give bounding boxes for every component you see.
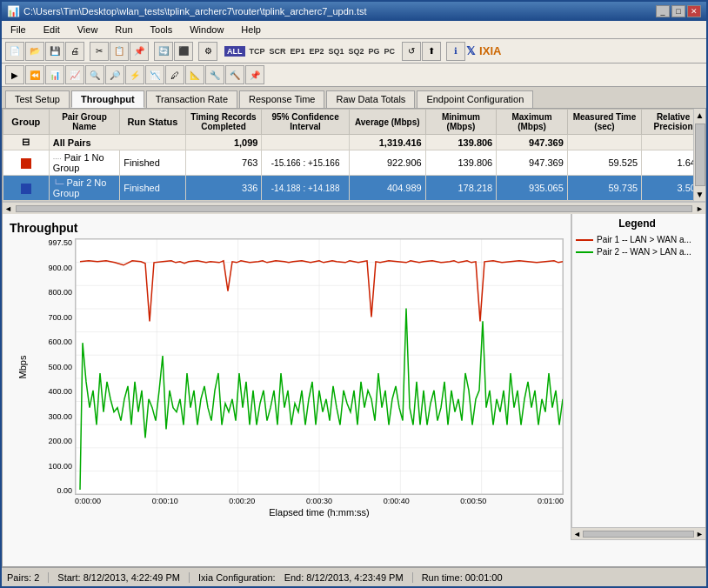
reload-button[interactable]: ↺ [402, 42, 421, 61]
tb2-btn10[interactable]: 📐 [185, 65, 204, 84]
y-tick: 700.00 [48, 313, 72, 322]
menu-bar: File Edit View Run Tools Window Help [2, 21, 706, 39]
refresh-button[interactable]: 🔄 [154, 42, 173, 61]
copy-button[interactable]: 📋 [110, 42, 129, 61]
tab-transaction-rate[interactable]: Transaction Rate [146, 90, 237, 108]
paste-button[interactable]: 📌 [130, 42, 149, 61]
ep1-label[interactable]: EP1 [289, 47, 307, 56]
menu-help[interactable]: Help [236, 23, 266, 37]
pair1-confidence: -15.166 : +15.166 [262, 150, 349, 176]
y-tick: 997.50 [48, 238, 72, 247]
legend-hscroll-left[interactable]: ◄ [573, 530, 581, 538]
settings-button[interactable]: ⚙ [198, 42, 217, 61]
sq2-label[interactable]: SQ2 [347, 47, 366, 56]
menu-edit[interactable]: Edit [38, 23, 65, 37]
tb2-btn13[interactable]: 📌 [245, 65, 264, 84]
x-tick: 0:01:00 [538, 497, 564, 505]
close-button[interactable]: ✕ [687, 5, 701, 17]
new-button[interactable]: 📄 [5, 42, 24, 61]
th-confidence: 95% Confidence Interval [262, 110, 349, 135]
y-axis-label: Mbps [17, 355, 28, 378]
save-button[interactable]: 💾 [45, 42, 64, 61]
pair1-maximum: 947.369 [497, 150, 568, 176]
tab-endpoint-config[interactable]: Endpoint Configuration [417, 90, 533, 108]
tab-test-setup[interactable]: Test Setup [5, 90, 70, 108]
th-average: Average (Mbps) [349, 110, 425, 135]
all-pairs-label: All Pairs [49, 135, 185, 150]
menu-run[interactable]: Run [110, 23, 137, 37]
tb2-btn8[interactable]: 📉 [145, 65, 164, 84]
tab-raw-data-totals[interactable]: Raw Data Totals [326, 90, 415, 108]
th-pair-group-name: Pair Group Name [49, 110, 120, 135]
all-badge[interactable]: ALL [224, 46, 245, 57]
pair2-confidence: -14.188 : +14.188 [262, 176, 349, 201]
tb2-btn11[interactable]: 🔧 [205, 65, 224, 84]
hscroll-left[interactable]: ◄ [3, 204, 14, 213]
chart-main: Throughput Mbps 997.50 900.00 800.00 700… [3, 214, 571, 540]
legend-label-pair1: Pair 1 -- LAN > WAN a... [597, 235, 691, 244]
menu-tools[interactable]: Tools [145, 23, 178, 37]
cut-button[interactable]: ✂ [90, 42, 109, 61]
status-end: End: 8/12/2013, 4:23:49 PM [284, 572, 404, 583]
tb2-btn9[interactable]: 🖊 [165, 65, 184, 84]
pair1-measured: 59.525 [567, 150, 641, 176]
minimize-button[interactable]: _ [656, 5, 670, 17]
x-axis-label: Elapsed time (h:mm:ss) [269, 507, 370, 518]
pair1-average: 922.906 [349, 150, 425, 176]
print-button[interactable]: 🖨 [65, 42, 84, 61]
x-tick: 0:00:30 [306, 497, 332, 505]
pg-label[interactable]: PG [367, 47, 382, 56]
info-button[interactable]: ℹ [446, 42, 465, 61]
window-title: C:\Users\Tim\Desktop\wlan_tests\tplink_a… [23, 6, 367, 17]
menu-window[interactable]: Window [184, 23, 229, 37]
ep2-label[interactable]: EP2 [308, 47, 326, 56]
table-row[interactable]: ···· Pair 1 No Group Finished 763 -15.16… [3, 150, 705, 176]
maximize-button[interactable]: □ [671, 5, 685, 17]
scroll-thumb[interactable] [695, 124, 705, 186]
scr-label[interactable]: SCR [268, 47, 288, 56]
stop-button[interactable]: ⬛ [174, 42, 193, 61]
expand-icon[interactable]: ⊟ [22, 137, 30, 147]
pair1-minimum: 139.806 [425, 150, 497, 176]
confidence-val [262, 135, 349, 150]
tb2-btn7[interactable]: ⚡ [125, 65, 144, 84]
menu-file[interactable]: File [5, 23, 31, 37]
export-button[interactable]: ⬆ [422, 42, 441, 61]
menu-view[interactable]: View [72, 23, 104, 37]
pc-label[interactable]: PC [383, 47, 397, 56]
table-hscrollbar[interactable]: ◄ ► [3, 202, 705, 214]
tb2-btn5[interactable]: 🔍 [85, 65, 104, 84]
sq1-label[interactable]: SQ1 [327, 47, 346, 56]
table-scrollbar[interactable]: ▲ ▼ [693, 109, 705, 201]
tb2-btn2[interactable]: ⏪ [25, 65, 44, 84]
tb2-btn1[interactable]: ▶ [5, 65, 24, 84]
y-tick: 900.00 [48, 264, 72, 272]
scroll-up-arrow[interactable]: ▲ [694, 109, 705, 122]
status-run-time: Run time: 00:01:00 [412, 572, 503, 583]
tb2-btn12[interactable]: 🔨 [225, 65, 244, 84]
table-row[interactable]: └─ Pair 2 No Group Finished 336 -14.188 … [3, 176, 705, 201]
table-row[interactable]: ⊟ All Pairs 1,099 1,319.416 139.806 947.… [3, 135, 705, 150]
x-tick: 0:00:40 [384, 497, 410, 505]
pair1-icon-col [3, 150, 50, 176]
toolbar-1: 📄 📂 💾 🖨 ✂ 📋 📌 🔄 ⬛ ⚙ ALL TCP SCR EP1 EP2 … [2, 39, 706, 63]
scroll-down-arrow[interactable]: ▼ [694, 188, 705, 201]
pair2-timing: 336 [185, 176, 262, 201]
tcp-label[interactable]: TCP [248, 47, 267, 56]
hscroll-right[interactable]: ► [694, 204, 705, 213]
tb2-btn4[interactable]: 📈 [65, 65, 84, 84]
y-tick: 200.00 [48, 437, 72, 445]
tab-throughput[interactable]: Throughput [71, 90, 144, 108]
y-tick: 800.00 [48, 288, 72, 297]
legend-hscroll-right[interactable]: ► [696, 530, 704, 538]
legend-color-pair1 [576, 239, 593, 241]
tb2-btn3[interactable]: 📊 [45, 65, 64, 84]
average-val: 1,319.416 [349, 135, 425, 150]
pair1-timing: 763 [185, 150, 262, 176]
open-button[interactable]: 📂 [25, 42, 44, 61]
pair2-minimum: 178.218 [425, 176, 497, 201]
timing-val: 1,099 [185, 135, 262, 150]
th-measured-time: Measured Time (sec) [567, 110, 641, 135]
tab-response-time[interactable]: Response Time [239, 90, 324, 108]
tb2-btn6[interactable]: 🔎 [105, 65, 124, 84]
